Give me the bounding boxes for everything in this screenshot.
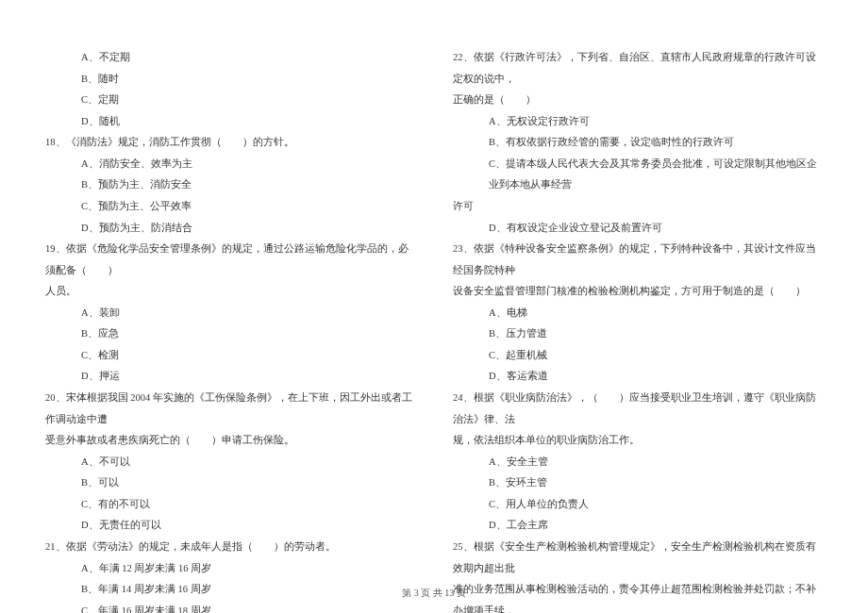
question-20-cont: 受意外事故或者患疾病死亡的（ ）申请工伤保险。	[45, 430, 415, 452]
question-24-cont: 规，依法组织本单位的职业病防治工作。	[453, 430, 823, 452]
option: D、无责任的可以	[81, 515, 415, 537]
option: A、不可以	[81, 452, 415, 473]
option: B、安环主管	[489, 472, 823, 494]
option: D、有权设定企业设立登记及前置许可	[489, 218, 823, 240]
option: D、预防为主、防消结合	[81, 218, 415, 240]
question-22-cont: 正确的是（ ）	[453, 90, 823, 111]
option: B、压力管道	[489, 323, 823, 345]
option: A、消防安全、效率为主	[81, 154, 415, 175]
question-23-cont: 设备安全监督管理部门核准的检验检测机构鉴定，方可用于制造的是（ ）	[453, 281, 823, 303]
question-21: 21、依据《劳动法》的规定，未成年人是指（ ）的劳动者。	[45, 537, 415, 558]
option: D、客运索道	[489, 366, 823, 388]
option: C、有的不可以	[81, 494, 415, 516]
option: B、有权依据行政经管的需要，设定临时性的行政许可	[489, 132, 823, 154]
option: C、年满 16 周岁未满 18 周岁	[81, 601, 415, 613]
option: A、安全主管	[489, 452, 823, 473]
question-19-cont: 人员。	[45, 281, 415, 303]
option: C、用人单位的负责人	[489, 494, 823, 516]
option: C、提请本级人民代表大会及其常务委员会批准，可设定限制其他地区企业到本地从事经营	[489, 154, 823, 196]
option: D、随机	[81, 111, 415, 133]
question-23: 23、依据《特种设备安全监察条例》的规定，下列特种设备中，其设计文件应当经国务院…	[453, 239, 823, 281]
option: A、电梯	[489, 303, 823, 324]
option: C、定期	[81, 90, 415, 111]
option: C、预防为主、公平效率	[81, 196, 415, 218]
option: C、检测	[81, 345, 415, 367]
option: A、装卸	[81, 303, 415, 324]
question-22: 22、依据《行政许可法》，下列省、自治区、直辖市人民政府规章的行政许可设定权的说…	[453, 47, 823, 90]
option: A、年满 12 周岁未满 16 周岁	[81, 558, 415, 580]
page-content: A、不定期 B、随时 C、定期 D、随机 18、《消防法》规定，消防工作贯彻（ …	[45, 47, 823, 613]
option: B、随时	[81, 69, 415, 91]
option: A、无权设定行政许可	[489, 111, 823, 133]
option: B、预防为主、消防安全	[81, 174, 415, 196]
page-footer: 第 3 页 共 13 页	[0, 587, 868, 600]
left-column: A、不定期 B、随时 C、定期 D、随机 18、《消防法》规定，消防工作贯彻（ …	[45, 47, 415, 613]
question-24: 24、根据《职业病防治法》，（ ）应当接受职业卫生培训，遵守《职业病防治法》律、…	[453, 388, 823, 430]
option: B、可以	[81, 472, 415, 494]
option: A、不定期	[81, 47, 415, 69]
option: C、起重机械	[489, 345, 823, 367]
question-18: 18、《消防法》规定，消防工作贯彻（ ）的方针。	[45, 132, 415, 154]
option: B、应急	[81, 323, 415, 345]
option: D、工会主席	[489, 515, 823, 537]
question-20: 20、宋体根据我国 2004 年实施的《工伤保险条例》，在上下班，因工外出或者工…	[45, 388, 415, 430]
right-column: 22、依据《行政许可法》，下列省、自治区、直辖市人民政府规章的行政许可设定权的说…	[453, 47, 823, 613]
question-25: 25、根据《安全生产检测检验机构管理规定》，安全生产检测检验机构在资质有效期内超…	[453, 537, 823, 579]
option-cont: 许可	[453, 196, 823, 218]
option: D、押运	[81, 366, 415, 388]
question-19: 19、依据《危险化学品安全管理条例》的规定，通过公路运输危险化学品的，必须配备（…	[45, 239, 415, 281]
